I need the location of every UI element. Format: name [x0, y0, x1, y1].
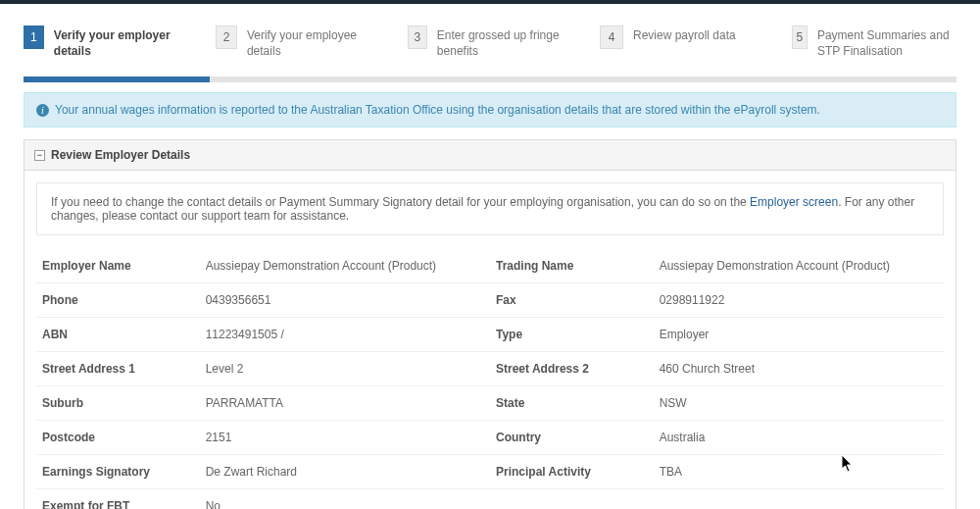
value-phone: 0439356651 [200, 283, 490, 318]
table-row: ABN 11223491505 / Type Employer [36, 318, 944, 352]
label-phone: Phone [36, 283, 200, 318]
value-abn: 11223491505 / [200, 318, 490, 352]
value-street2: 460 Church Street [654, 352, 944, 386]
table-row: Earnings Signatory De Zwart Richard Prin… [36, 455, 944, 489]
help-text-prefix: If you need to change the contact detail… [51, 195, 750, 209]
step-number: 5 [792, 25, 808, 49]
wizard-progress-fill [24, 76, 210, 82]
wizard-progress-track [24, 76, 956, 82]
value-country: Australia [654, 421, 944, 455]
label-trading-name: Trading Name [490, 249, 654, 283]
table-row: Exempt for FBT No [36, 489, 944, 509]
label-abn: ABN [36, 318, 200, 352]
table-row: Street Address 1 Level 2 Street Address … [36, 352, 944, 386]
info-banner: i Your annual wages information is repor… [24, 92, 956, 127]
panel-title: Review Employer Details [51, 148, 190, 162]
label-exempt-fbt: Exempt for FBT [36, 489, 200, 509]
panel-body: If you need to change the contact detail… [24, 171, 956, 509]
value-postcode: 2151 [200, 421, 490, 455]
label-suburb: Suburb [36, 386, 200, 421]
value-street1: Level 2 [200, 352, 490, 386]
value-employer-name: Aussiepay Demonstration Account (Product… [200, 249, 490, 283]
label-street2: Street Address 2 [490, 352, 654, 386]
value-suburb: PARRAMATTA [200, 386, 490, 421]
label-type: Type [490, 318, 654, 352]
collapse-icon[interactable]: − [34, 150, 45, 161]
step-number: 3 [408, 25, 427, 49]
step-number: 1 [24, 25, 44, 49]
value-state: NSW [654, 386, 944, 421]
table-row: Phone 0439356651 Fax 0298911922 [36, 283, 944, 318]
employer-screen-link[interactable]: Employer screen [750, 195, 838, 209]
employer-details-table: Employer Name Aussiepay Demonstration Ac… [36, 249, 944, 509]
wizard-step-2[interactable]: 2 Verify your employee details [216, 25, 380, 59]
table-row: Postcode 2151 Country Australia [36, 421, 944, 455]
label-employer-name: Employer Name [36, 249, 200, 283]
value-trading-name: Aussiepay Demonstration Account (Product… [654, 249, 944, 283]
step-label: Verify your employee details [247, 25, 380, 59]
label-postcode: Postcode [36, 421, 200, 455]
step-number: 2 [216, 25, 237, 49]
step-label: Verify your employer details [54, 25, 188, 59]
value-principal-activity: TBA [654, 455, 944, 489]
step-label: Payment Summaries and STP Finalisation [817, 25, 956, 59]
label-fax: Fax [490, 283, 654, 318]
wizard-step-3[interactable]: 3 Enter grossed up fringe benefits [408, 25, 572, 59]
value-type[interactable]: Employer [654, 318, 944, 352]
label-street1: Street Address 1 [36, 352, 200, 386]
employer-details-panel: − Review Employer Details If you need to… [24, 139, 956, 509]
wizard-steps: 1 Verify your employer details 2 Verify … [24, 8, 956, 76]
wizard-step-5[interactable]: 5 Payment Summaries and STP Finalisation [792, 25, 956, 59]
table-row: Employer Name Aussiepay Demonstration Ac… [36, 249, 944, 283]
info-icon: i [36, 104, 49, 117]
step-label: Enter grossed up fringe benefits [437, 25, 572, 59]
step-label: Review payroll data [633, 25, 736, 44]
value-fax: 0298911922 [654, 283, 944, 318]
page-container: 1 Verify your employer details 2 Verify … [0, 4, 980, 509]
panel-header: − Review Employer Details [24, 140, 956, 171]
wizard-step-4[interactable]: 4 Review payroll data [600, 25, 764, 49]
value-exempt-fbt: No [200, 489, 490, 509]
step-number: 4 [600, 25, 623, 49]
label-principal-activity: Principal Activity [490, 455, 654, 489]
label-earnings-signatory: Earnings Signatory [36, 455, 200, 489]
info-banner-text: Your annual wages information is reporte… [55, 103, 820, 117]
wizard-step-1[interactable]: 1 Verify your employer details [24, 25, 188, 59]
table-row: Suburb PARRAMATTA State NSW [36, 386, 944, 421]
value-earnings-signatory: De Zwart Richard [200, 455, 490, 489]
label-country: Country [490, 421, 654, 455]
label-state: State [490, 386, 654, 421]
help-box: If you need to change the contact detail… [36, 182, 944, 235]
